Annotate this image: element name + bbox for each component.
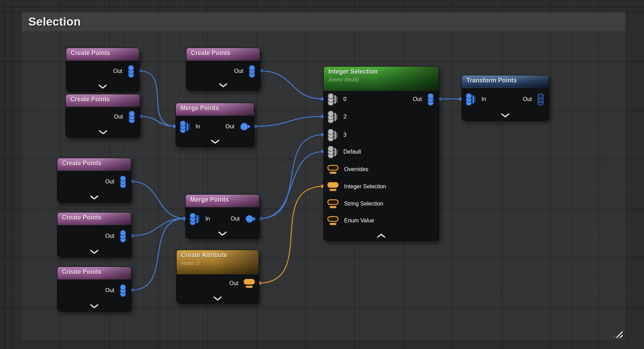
chevron-down-icon[interactable] [500,113,510,118]
pin-label: 2 [343,114,347,120]
pin-label: 3 [343,132,347,138]
chevron-down-icon[interactable] [89,195,99,200]
node-integer-selection[interactable]: Integer SelectionSelect (Multi) 0 2 3 De… [323,66,439,241]
node-title: Create Points [71,49,135,57]
pin-integer-selection-out[interactable]: Out [413,93,435,106]
stack-blue-icon [128,111,136,123]
pin-label: Out [105,233,114,239]
chevron-up-icon[interactable] [376,233,386,238]
pin-transform-points-out[interactable]: Out [523,93,545,106]
resize-handle-icon[interactable] [613,330,623,338]
pin-merge-points-1-in[interactable]: In [179,120,200,133]
pin-merge-points-1-out[interactable]: Out [225,120,251,133]
pin-integer-selection-overrides[interactable]: Overrides [327,163,368,176]
chevron-down-icon[interactable] [98,84,108,89]
stack-blue-icon [119,284,128,297]
node-header-transform-points[interactable]: Transform Points [462,75,549,88]
node-title: Merge Points [180,105,249,112]
node-title: Merge Points [190,196,255,203]
node-header-create-points-1[interactable]: Create Points [66,48,139,61]
pin-label: Default [343,149,361,155]
node-title: Create Points [191,49,255,57]
pin-integer-selection-enum-value[interactable]: Enum Value [327,214,374,227]
circle-blue-icon [245,214,256,224]
node-header-integer-selection[interactable]: Integer SelectionSelect (Multi) [324,67,439,91]
node-header-merge-points-1[interactable]: Merge Points [176,103,254,116]
pin-create-points-4-out[interactable]: Out [105,230,128,242]
pin-integer-selection-0[interactable]: 0 [327,93,347,106]
stack-blue-icon [427,93,435,106]
stack-fan-gray-icon [327,111,338,123]
pin-label: In [481,96,486,102]
pin-label: Overrides [344,166,368,173]
node-title: Create Points [62,214,126,221]
pin-label: Out [413,96,422,102]
pin-label: Out [114,114,123,120]
node-merge-points-2[interactable]: Merge Points InOut [185,194,260,239]
stack-fan-blue-icon [179,121,190,133]
pin-merge-points-2-out[interactable]: Out [231,213,256,225]
stack-fan-gray-icon [327,129,338,141]
pin-label: In [205,216,210,222]
stack-blue-icon [119,176,128,188]
pin-integer-selection-default[interactable]: Default [327,146,361,158]
pin-label: In [196,123,200,130]
graph-canvas[interactable]: Selection Create PointsOut Create Points… [0,0,644,349]
node-create-points-1[interactable]: Create PointsOut [66,48,139,92]
pill-outline-icon [327,216,339,226]
chevron-down-icon[interactable] [98,130,108,135]
pin-merge-points-2-in[interactable]: In [189,213,210,225]
pin-create-points-5-out[interactable]: Out [105,284,128,297]
stack-fan-gray-icon [327,146,338,158]
pin-create-points-3-out[interactable]: Out [105,175,128,188]
node-create-points-5[interactable]: Create PointsOut [57,267,131,311]
pin-label: Out [231,216,240,222]
pin-label: Out [225,123,234,130]
pin-create-points-2-out[interactable]: Out [114,110,136,123]
node-create-points-2[interactable]: Create PointsOut [66,94,140,137]
pin-label: Integer Selection [344,183,386,190]
pin-label: Out [105,287,114,294]
pin-label: Out [229,280,238,287]
node-header-create-points-5[interactable]: Create Points [57,267,131,280]
node-subtitle: None: 2 [181,260,254,266]
node-create-points-3[interactable]: Create PointsOut [57,158,131,203]
stack-blue-icon [128,65,136,78]
stack-blue-icon [119,230,128,242]
pin-create-attribute-out[interactable]: Out [229,277,255,290]
node-header-create-points-6[interactable]: Create Points [186,48,260,61]
pill-outline-icon [327,199,339,209]
chevron-down-icon[interactable] [218,231,227,236]
node-create-points-4[interactable]: Create PointsOut [57,212,131,257]
node-create-attribute[interactable]: Create AttributeNone: 2Out [176,250,259,304]
pin-label: Out [234,68,243,74]
node-header-create-points-4[interactable]: Create Points [57,213,131,225]
node-transform-points[interactable]: Transform Points InOut [461,75,549,121]
pin-create-points-6-out[interactable]: Out [234,65,256,78]
node-title: Transform Points [466,77,544,84]
node-merge-points-1[interactable]: Merge Points InOut [176,103,254,147]
pin-label: 0 [343,96,347,102]
node-title: Create Attribute [181,251,254,259]
pin-label: Out [113,68,122,74]
pin-label: Enum Value [344,217,374,224]
pill-outline-icon [327,165,339,174]
node-header-create-points-3[interactable]: Create Points [57,158,131,171]
node-create-points-6[interactable]: Create PointsOut [186,48,260,90]
pin-create-points-1-out[interactable]: Out [113,65,136,78]
node-header-create-attribute[interactable]: Create AttributeNone: 2 [177,250,259,274]
chevron-down-icon[interactable] [213,296,222,301]
chevron-down-icon[interactable] [210,139,220,144]
pin-integer-selection-3[interactable]: 3 [327,129,347,141]
pin-integer-selection-2[interactable]: 2 [327,110,347,123]
chevron-down-icon[interactable] [89,249,99,254]
comment-header[interactable]: Selection [22,12,625,31]
pin-label: String Selection [344,201,383,207]
pin-transform-points-in[interactable]: In [465,93,486,106]
node-header-create-points-2[interactable]: Create Points [66,94,140,107]
pin-integer-selection-integer-selection[interactable]: Integer Selection [327,180,386,193]
chevron-down-icon[interactable] [218,83,228,88]
pin-integer-selection-string-selection[interactable]: String Selection [327,197,383,210]
chevron-down-icon[interactable] [89,304,99,309]
node-header-merge-points-2[interactable]: Merge Points [186,195,259,207]
